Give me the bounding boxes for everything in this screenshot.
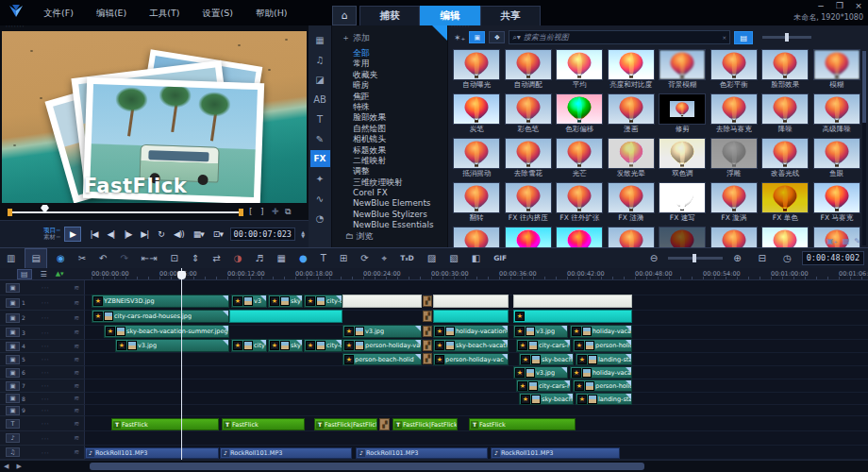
effect-item[interactable]: 色彩偏移 [554, 93, 606, 138]
timeline-clip[interactable]: ★v3.jpg [115, 339, 229, 352]
effect-item[interactable]: 鱼眼 [811, 138, 863, 182]
enlarge-preview-button[interactable]: ⊡▾ [209, 229, 227, 239]
effect-item[interactable]: 双色调 [657, 138, 709, 182]
timeline-ruler[interactable]: 00:00:00:0000:00:06:0000:00:12:0000:00:1… [85, 268, 868, 280]
transition-clip[interactable]: ▞ [423, 311, 432, 322]
timeline-clip[interactable]: ★person-holid [573, 339, 632, 352]
track-manager-button[interactable]: ☰ [41, 270, 47, 278]
transition-clip[interactable]: ▞ [423, 295, 432, 307]
browse-button[interactable]: 🗀 浏览 [345, 231, 373, 243]
show-favorites-toggle[interactable]: ❖ [489, 31, 505, 43]
panel-drag-handle[interactable]: ······· [451, 23, 470, 29]
tab-编辑[interactable]: 编辑 [420, 6, 480, 25]
category-item[interactable]: Corel FX [332, 188, 447, 198]
transition-clip[interactable]: ▞ [423, 353, 432, 364]
nav-graphics-icon[interactable]: ✎ [310, 130, 330, 147]
effect-item[interactable]: FX 单色 [760, 182, 811, 227]
effect-item[interactable]: FX 往内挤压 [503, 182, 555, 227]
scroll-arrows[interactable]: ◀▶ [4, 463, 29, 470]
menu-工具(T)[interactable]: 工具(T) [138, 0, 191, 25]
add-category-button[interactable]: ＋ 添加 [332, 25, 447, 48]
nav-audio-icon[interactable]: ♫ [310, 51, 330, 68]
nav-title-icon[interactable]: T [310, 110, 330, 127]
timeline-clip[interactable]: ★YZBNEISV3D.jpg [92, 295, 229, 308]
category-item[interactable]: 三维纹理映射 [332, 177, 447, 188]
preview-timecode[interactable]: 00:00:07:023 [230, 228, 295, 241]
minimize-button[interactable]: − [815, 1, 826, 10]
effect-item[interactable]: FX 速写 [657, 182, 709, 227]
category-item[interactable]: 自然绘图 [332, 124, 447, 134]
tab-共享[interactable]: 共享 [480, 6, 541, 25]
timeline-clip[interactable]: ★ [513, 310, 632, 323]
track-wave-icon[interactable]: ≋ [74, 448, 79, 456]
repeat-button[interactable]: ↻ [153, 229, 169, 239]
timeline-clip[interactable]: ★person-holid [573, 379, 632, 392]
timeline-clip[interactable]: ★person-beach-holid [342, 353, 422, 365]
add-track-button[interactable]: ▲▾ [56, 270, 64, 278]
category-item[interactable]: 常用 [332, 59, 447, 69]
track-type-icon[interactable]: ▣ [6, 368, 20, 378]
timeline-clip[interactable] [433, 310, 509, 323]
track-wave-icon[interactable]: ≋ [74, 382, 79, 390]
timeline-clip[interactable]: ★holiday-vacation-ho [433, 325, 509, 338]
gif-creator-button[interactable]: GIF [487, 249, 513, 268]
category-item[interactable]: 标题效果 [332, 145, 447, 156]
timeline-clip[interactable] [342, 295, 422, 308]
effect-item[interactable]: FX 漩涡 [709, 182, 760, 227]
transition-clip[interactable]: ▞ [379, 418, 390, 430]
track-type-icon[interactable]: ♫ [6, 447, 20, 457]
storyboard-view-button[interactable]: ▥ [0, 249, 22, 268]
project-clip-toggle[interactable]: 项目−素材− [43, 228, 60, 241]
menu-帮助(H)[interactable]: 帮助(H) [244, 0, 299, 25]
split-screen-button[interactable]: ⊞ [333, 249, 354, 268]
effect-item[interactable] [760, 227, 811, 247]
search-input[interactable]: ⌕▾ 搜索当前视图 × [509, 30, 730, 44]
mark-out-button[interactable]: ] [260, 207, 264, 216]
track-wave-icon[interactable]: ≋ [74, 420, 79, 428]
track-options-button[interactable]: ··· [42, 314, 50, 321]
nav-instant-project-icon[interactable]: ◪ [310, 71, 330, 88]
scrubber[interactable]: [ ] ✚ ⧉ [0, 203, 309, 218]
effect-item[interactable] [451, 227, 503, 247]
track-resize-button[interactable]: ⇕ [185, 249, 206, 268]
title-3d-button[interactable]: T₃D [393, 249, 421, 268]
track-wave-icon[interactable]: ≋ [74, 434, 79, 442]
record-capture-button[interactable]: ◉ [50, 249, 72, 268]
effect-item[interactable]: 背景模糊 [657, 49, 709, 93]
playhead-marker[interactable] [177, 271, 186, 279]
effect-item[interactable]: 翻转 [451, 182, 503, 227]
timeline-clip[interactable]: ★city-car [304, 295, 342, 308]
fit-project-button[interactable]: ⊡ [164, 249, 185, 268]
effect-item[interactable]: 光芒 [554, 138, 606, 182]
import-folder-icon[interactable]: ▣₊ [826, 237, 838, 245]
timeline-clip[interactable]: ★v3.jpg [513, 366, 568, 379]
subtitle-editor-button[interactable]: T [314, 249, 333, 268]
track-type-icon[interactable]: ▣ [6, 394, 20, 403]
timeline-clip[interactable] [513, 295, 632, 308]
timeline-clip[interactable]: TFastFlick|FastFlick [314, 418, 377, 430]
home-button[interactable]: ⌂ [332, 6, 357, 25]
effect-item[interactable]: 色彩平衡 [709, 49, 760, 93]
search-clear-icon[interactable]: × [722, 34, 726, 41]
trim-handle-right[interactable] [239, 209, 243, 216]
effect-item[interactable] [709, 227, 760, 247]
effect-item[interactable]: FX 涟漪 [606, 182, 658, 227]
track-options-button[interactable]: ··· [42, 329, 50, 336]
redo-button[interactable]: ↷ [113, 249, 134, 268]
category-item[interactable]: 二维映射 [332, 156, 447, 166]
timeline-clip[interactable]: ★landing-sta [576, 353, 632, 365]
timeline-clip[interactable]: ★city [231, 339, 267, 352]
effect-item[interactable]: 自动曝光 [451, 49, 503, 93]
nav-filter-icon[interactable]: FX [310, 150, 330, 167]
timeline-clip[interactable]: TFastFlick [222, 418, 305, 430]
track-wave-icon[interactable]: ≋ [74, 343, 79, 350]
timeline-clip[interactable]: ♪RockRoll101.MP3 [491, 447, 620, 459]
effect-item[interactable]: 漫画 [606, 93, 658, 138]
play-button[interactable]: ▶ [64, 227, 81, 242]
close-button[interactable]: × [853, 1, 864, 10]
nav-media-icon[interactable]: ▦ [310, 31, 330, 48]
effect-item[interactable] [657, 227, 709, 247]
track-wave-icon[interactable]: ≋ [74, 284, 79, 292]
timeline-clip[interactable]: TFastFlick [469, 418, 576, 430]
nav-speed-icon[interactable]: ◔ [310, 210, 330, 227]
